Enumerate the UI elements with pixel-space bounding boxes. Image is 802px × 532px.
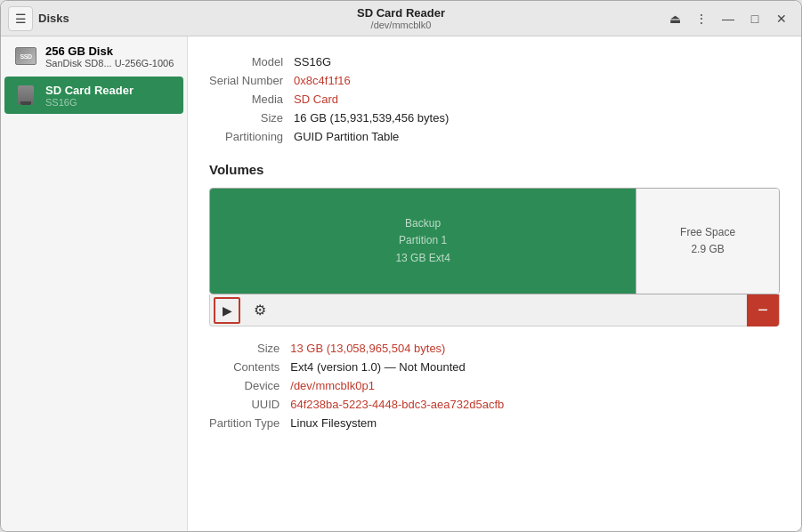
eject-button[interactable]: ⏏	[662, 6, 687, 31]
vol-device-value: /dev/mmcblk0p1	[290, 378, 780, 393]
sidebar-item-sd-info: SD Card Reader SS16G	[45, 84, 134, 108]
vol-contents-label: Contents	[209, 359, 279, 375]
sdcard-icon-container	[13, 83, 38, 108]
vol-contents-value: Ext4 (version 1.0) — Not Mounted	[290, 359, 780, 375]
sidebar-item-256gb-disk[interactable]: SSD 256 GB Disk SanDisk SD8... U-256G-10…	[4, 37, 183, 75]
size-label: Size	[209, 110, 283, 125]
window-subtitle: /dev/mmcblk0	[371, 20, 432, 30]
device-info-grid: Model SS16G Serial Number 0x8c4f1f16 Med…	[209, 54, 780, 144]
sidebar-item-sd-name: SD Card Reader	[45, 84, 134, 97]
sidebar-item-256gb-name: 256 GB Disk	[45, 44, 174, 58]
sidebar-item-sd-sub: SS16G	[45, 97, 134, 108]
volume-controls-bar: ▶ ⚙ −	[209, 294, 780, 326]
sidebar-header-menu-btn[interactable]: ☰	[8, 6, 33, 31]
minus-icon: −	[757, 300, 768, 320]
volume-partition-1[interactable]: Backup Partition 1 13 GB Ext4	[210, 189, 636, 294]
free-space-line1: Free Space	[680, 226, 735, 238]
kebab-icon: ⋮	[695, 12, 708, 26]
vol-size-value: 13 GB (13,058,965,504 bytes)	[290, 341, 780, 356]
media-value: SD Card	[294, 92, 780, 107]
model-value: SS16G	[294, 54, 780, 69]
size-value: 16 GB (15,931,539,456 bytes)	[294, 110, 780, 125]
mount-button[interactable]: ▶	[214, 297, 240, 324]
disk-icon-ssd: SSD	[13, 44, 38, 69]
media-label: Media	[209, 92, 283, 107]
close-icon: ✕	[776, 12, 787, 26]
serial-value: 0x8c4f1f16	[294, 73, 780, 88]
maximize-button[interactable]: □	[742, 6, 767, 31]
close-button[interactable]: ✕	[769, 6, 794, 31]
partitioning-value: GUID Partition Table	[294, 129, 780, 144]
free-space-label: Free Space 2.9 GB	[680, 224, 735, 258]
titlebar-title-group: SD Card Reader /dev/mmcblk0	[357, 6, 445, 30]
minimize-icon: —	[722, 12, 734, 26]
sdcard-icon	[18, 85, 34, 105]
settings-button[interactable]: ⚙	[244, 294, 276, 326]
titlebar-controls: ⏏ ⋮ — □ ✕	[662, 6, 794, 31]
titlebar-left: ☰ Disks	[8, 6, 69, 31]
free-space-line2: 2.9 GB	[691, 243, 724, 255]
volumes-title: Volumes	[209, 162, 780, 177]
titlebar: ☰ Disks SD Card Reader /dev/mmcblk0 ⏏ ⋮ …	[1, 1, 801, 36]
gear-icon: ⚙	[254, 302, 266, 318]
sidebar-item-256gb-info: 256 GB Disk SanDisk SD8... U-256G-1006	[45, 44, 174, 69]
sidebar-item-sd-card[interactable]: SD Card Reader SS16G	[4, 77, 183, 114]
eject-icon: ⏏	[669, 12, 681, 26]
sidebar-header-title: Disks	[38, 12, 69, 25]
ssd-icon: SSD	[15, 47, 36, 65]
window-title: SD Card Reader	[357, 6, 445, 20]
sidebar-item-256gb-sub: SanDisk SD8... U-256G-1006	[45, 58, 174, 69]
volume-free-space: Free Space 2.9 GB	[636, 189, 779, 294]
volume-bar: Backup Partition 1 13 GB Ext4 Free Space…	[209, 188, 780, 294]
play-icon: ▶	[223, 303, 232, 318]
maximize-icon: □	[751, 12, 758, 26]
hamburger-icon: ☰	[15, 12, 27, 26]
partition-line2: Partition 1	[399, 234, 447, 246]
menu-button[interactable]: ⋮	[689, 6, 714, 31]
partition-line1: Backup	[405, 217, 441, 230]
minimize-button[interactable]: —	[716, 6, 741, 31]
vol-parttype-value: Linux Filesystem	[290, 415, 780, 431]
vol-size-label: Size	[209, 341, 279, 356]
model-label: Model	[209, 54, 283, 69]
volume-details-grid: Size 13 GB (13,058,965,504 bytes) Conten…	[209, 341, 780, 431]
vol-device-label: Device	[209, 378, 279, 393]
partitioning-label: Partitioning	[209, 129, 283, 144]
vol-parttype-label: Partition Type	[209, 415, 279, 431]
app-window: ☰ Disks SD Card Reader /dev/mmcblk0 ⏏ ⋮ …	[0, 0, 802, 532]
vol-uuid-label: UUID	[209, 397, 279, 412]
partition-line3: 13 GB Ext4	[395, 252, 450, 264]
content-area: Model SS16G Serial Number 0x8c4f1f16 Med…	[188, 36, 801, 531]
partition-label: Backup Partition 1 13 GB Ext4	[395, 215, 450, 267]
main-layout: SSD 256 GB Disk SanDisk SD8... U-256G-10…	[1, 36, 801, 531]
vol-uuid-value: 64f238ba-5223-4448-bdc3-aea732d5acfb	[290, 397, 780, 412]
serial-label: Serial Number	[209, 73, 283, 88]
delete-partition-button[interactable]: −	[747, 294, 779, 326]
sidebar: SSD 256 GB Disk SanDisk SD8... U-256G-10…	[1, 36, 188, 531]
